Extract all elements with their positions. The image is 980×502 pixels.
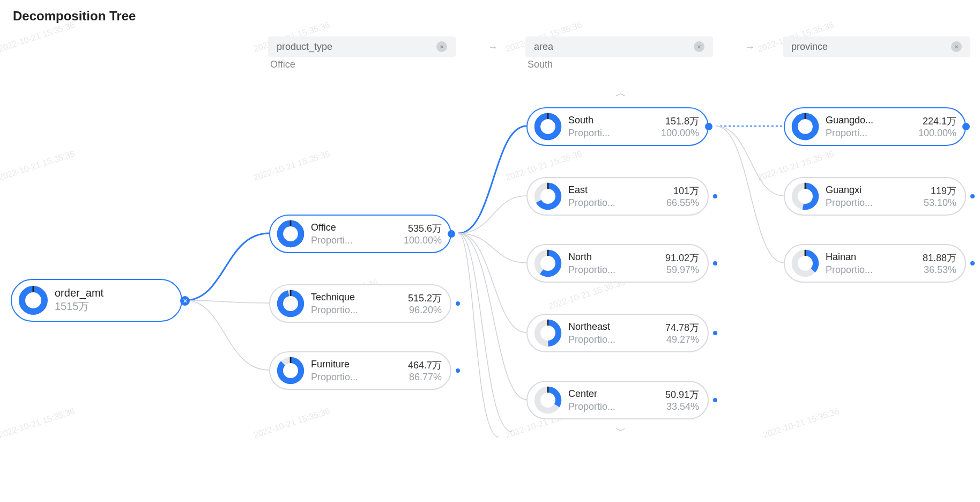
tree-node[interactable]: South151.8万 Proporti...100.00% [526,107,709,146]
expand-handle[interactable] [448,230,455,238]
node-name: Northeast [568,321,610,334]
node-proportion-value: 66.55% [666,197,699,209]
node-value: 81.88万 [923,252,956,264]
node-proportion-label: Proportio... [826,264,873,276]
chip-field: area [534,41,553,53]
node-proportion-value: 86.77% [409,372,442,383]
chevron-up-icon[interactable]: ︿ [615,86,626,100]
expand-handle[interactable] [970,261,975,265]
node-name: North [568,252,592,264]
node-proportion-value: 100.00% [918,128,956,139]
node-name: Office [311,222,336,235]
expand-handle[interactable] [456,301,460,306]
node-value: 101万 [673,184,699,197]
node-value: 50.91万 [665,388,699,401]
close-icon[interactable] [436,41,447,52]
donut-icon [276,289,306,319]
tree-node[interactable]: Office535.6万 Proporti...100.00% [269,215,451,253]
breadcrumb-col-product_type: product_type Office [268,36,456,70]
breadcrumb-col-area: area South [525,36,713,70]
donut-icon [533,248,563,278]
node-proportion-value: 100.00% [404,235,442,246]
node-proportion-value: 59.97% [666,264,699,276]
donut-icon [17,284,49,316]
chevron-down-icon[interactable]: ﹀ [615,424,626,438]
node-value: 464.7万 [408,359,442,372]
watermark: 2022-10-21 15:35:36 [253,406,331,440]
node-proportion-value: 53.10% [924,197,956,209]
tree-node-root[interactable]: order_amt 1515万 [11,279,182,322]
node-proportion-label: Proporti... [826,128,867,139]
watermark: 2022-10-21 15:35:36 [0,406,76,440]
node-proportion-label: Proportio... [568,401,615,412]
tree-node[interactable]: East101万 Proportio...66.55% [526,177,709,216]
node-value: 535.6万 [408,222,442,235]
node-name: Technique [311,292,355,305]
node-proportion-label: Proportio... [826,197,873,209]
close-icon[interactable] [694,41,704,52]
breadcrumb-chip[interactable]: province [783,36,970,57]
node-name: Guangxi [826,184,862,197]
tree-node[interactable]: Guangdo...224.1万 Proporti...100.00% [784,107,966,146]
root-name: order_amt [55,287,103,299]
node-value: 74.78万 [665,321,699,334]
node-proportion-value: 96.20% [409,305,442,316]
donut-icon [790,248,820,278]
chevron-right-icon: → [745,42,755,53]
watermark: 2022-10-21 15:35:36 [0,20,76,54]
chevron-right-icon: → [488,42,498,53]
node-proportion-value: 100.00% [661,128,699,139]
expand-handle[interactable] [962,123,970,130]
breadcrumb-chip[interactable]: product_type [268,36,456,57]
donut-icon [790,112,820,142]
node-value: 515.2万 [408,292,442,305]
donut-icon [533,181,563,211]
node-value: 119万 [931,184,956,197]
tree-node[interactable]: Center50.91万 Proportio...33.54% [526,381,709,419]
node-name: Center [568,388,597,401]
tree-node[interactable]: Technique515.2万 Proportio...96.20% [269,284,451,323]
node-proportion-label: Proportio... [568,197,615,209]
node-proportion-label: Proportio... [311,305,358,316]
svg-point-3 [280,223,301,244]
close-icon[interactable] [951,41,962,52]
node-value: 91.02万 [665,252,699,264]
node-proportion-label: Proporti... [311,235,353,246]
tree-node[interactable]: Guangxi119万 Proportio...53.10% [784,177,966,216]
expand-handle[interactable] [970,194,975,198]
svg-point-6 [280,293,301,314]
expand-handle[interactable] [713,331,717,335]
expand-handle[interactable] [456,368,460,373]
donut-icon [790,181,820,211]
donut-icon [276,356,306,386]
donut-icon [276,219,306,249]
node-proportion-label: Proportio... [568,264,615,276]
node-value: 151.8万 [665,115,699,128]
breadcrumb-selected: Office [270,59,456,70]
node-proportion-value: 36.53% [924,264,956,276]
node-name: Guangdo... [826,115,873,128]
expand-handle[interactable] [705,123,712,130]
collapse-icon[interactable]: ✕ [180,296,190,306]
svg-point-0 [22,289,44,312]
expand-handle[interactable] [713,398,717,402]
breadcrumb-selected: South [528,59,713,70]
breadcrumb-col-province: province [783,36,970,57]
chip-field: product_type [277,41,332,53]
watermark: 2022-10-21 15:35:36 [253,149,331,182]
node-proportion-value: 33.54% [666,401,699,412]
watermark: 2022-10-21 15:35:36 [0,149,76,182]
tree-node[interactable]: Furniture464.7万 Proportio...86.77% [269,351,451,390]
tree-node[interactable]: Northeast74.78万 Proportio...49.27% [526,314,709,352]
expand-handle[interactable] [713,261,717,265]
breadcrumb-chip[interactable]: area [525,36,713,57]
node-name: Hainan [826,252,856,264]
tree-node[interactable]: Hainan81.88万 Proportio...36.53% [784,244,966,283]
chip-field: province [791,41,828,53]
tree-node[interactable]: North91.02万 Proportio...59.97% [526,244,709,283]
decomposition-tree-canvas: Decomposition Tree 2022-10-21 15:35:36 2… [0,0,980,502]
donut-icon [533,318,563,348]
expand-handle[interactable] [713,194,717,198]
svg-point-12 [537,116,558,137]
watermark: 2022-10-21 15:35:36 [762,406,841,440]
